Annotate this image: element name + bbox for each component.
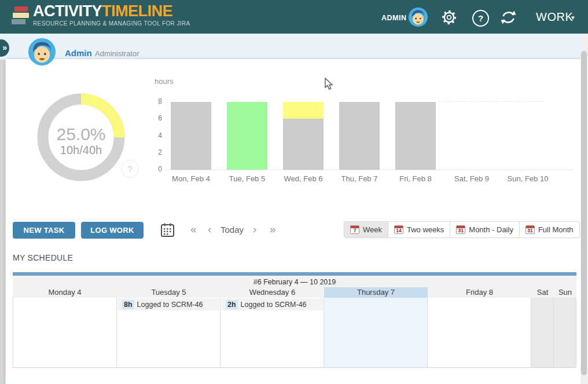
bar-column[interactable] bbox=[451, 0, 492, 170]
x-tick-label: Tue, Feb 5 bbox=[215, 174, 279, 183]
bar-column[interactable] bbox=[227, 0, 267, 170]
day-cell-4[interactable] bbox=[324, 298, 428, 368]
activity-timeline-app: ACTIVITYTIMELINE RESOURCE PLANNING & MAN… bbox=[0, 0, 588, 384]
nav-first-button[interactable]: « bbox=[190, 223, 197, 236]
calendar-icon: 7 bbox=[350, 225, 359, 234]
day-header-2: Tuesday 5 bbox=[117, 287, 220, 298]
view-mode-switcher: 7 Week 14 Two weeks 31 Month - Daily 31 … bbox=[344, 221, 580, 238]
calendar-picker-icon[interactable] bbox=[160, 222, 175, 238]
left-gutter bbox=[0, 60, 5, 384]
user-avatar-large[interactable] bbox=[28, 38, 56, 65]
donut-hours-label: 10h/40h bbox=[32, 144, 130, 157]
app-logo-icon bbox=[12, 6, 30, 27]
day-header-1: Monday 4 bbox=[13, 287, 117, 298]
user-name[interactable]: Admin bbox=[65, 48, 92, 58]
day-header-7: Sun bbox=[554, 287, 576, 298]
bar-segment-planned[interactable] bbox=[171, 102, 211, 170]
y-tick-label: 6 bbox=[149, 114, 162, 122]
calendar-icon: 31 bbox=[525, 225, 535, 234]
bar-column[interactable] bbox=[395, 0, 436, 170]
view-button-label: Week bbox=[363, 225, 382, 234]
day-cell-1[interactable] bbox=[13, 298, 117, 368]
user-role: Administrator bbox=[95, 49, 139, 58]
bar-column[interactable] bbox=[283, 0, 324, 170]
day-header-6: Sat bbox=[531, 287, 554, 298]
x-tick-label: Mon, Feb 4 bbox=[159, 174, 223, 183]
worklog-entry[interactable]: 8h Logged to SCRM-46 bbox=[117, 298, 219, 310]
bar-segment-completed[interactable] bbox=[227, 102, 267, 170]
app-title: ACTIVITYTIMELINE bbox=[33, 3, 190, 19]
calendar-icon: 31 bbox=[456, 225, 465, 234]
worklog-text: Logged to SCRM-46 bbox=[137, 301, 203, 309]
bar-segment-planned[interactable] bbox=[339, 102, 380, 170]
nav-today-button[interactable]: Today bbox=[220, 225, 244, 235]
x-tick-label: Fri, Feb 8 bbox=[384, 174, 447, 183]
x-tick-label: Sun, Feb 10 bbox=[496, 174, 560, 183]
app-logo[interactable]: ACTIVITYTIMELINE RESOURCE PLANNING & MAN… bbox=[33, 3, 190, 27]
donut-help-icon[interactable]: ? bbox=[121, 160, 139, 178]
x-tick-label: Thu, Feb 7 bbox=[328, 174, 391, 183]
day-cell-2[interactable]: 8h Logged to SCRM-46 bbox=[117, 298, 220, 368]
bar-column[interactable] bbox=[171, 0, 211, 170]
y-tick-label: 0 bbox=[149, 165, 162, 173]
bar-column[interactable] bbox=[508, 0, 548, 170]
view-button-label: Month - Daily bbox=[469, 225, 513, 234]
avatar-face-icon bbox=[28, 38, 56, 65]
view-button-label: Two weeks bbox=[407, 225, 444, 234]
app-subtitle: RESOURCE PLANNING & MANAGING TOOL FOR JI… bbox=[33, 21, 190, 27]
chevron-down-icon[interactable]: ▾ bbox=[571, 14, 575, 21]
mouse-cursor-icon bbox=[325, 78, 334, 93]
day-cell-3[interactable]: 2h Logged to SCRM-46 bbox=[220, 298, 324, 368]
bar-segment-logged[interactable] bbox=[283, 102, 324, 119]
vertical-scrollbar-thumb[interactable] bbox=[581, 51, 587, 375]
bar-segment-planned[interactable] bbox=[395, 102, 436, 170]
worklog-hours-badge: 2h bbox=[226, 300, 238, 309]
view-button-month-daily[interactable]: 31 Month - Daily bbox=[450, 222, 520, 237]
view-button-label: Full Month bbox=[538, 225, 574, 234]
view-button-week[interactable]: 7 Week bbox=[344, 222, 388, 237]
x-tick-label: Wed, Feb 6 bbox=[271, 174, 335, 183]
y-tick-label: 4 bbox=[149, 131, 162, 140]
bar-segment-planned[interactable] bbox=[283, 119, 324, 170]
day-header-3: Wednesday 6 bbox=[220, 287, 324, 298]
day-cell-6[interactable] bbox=[531, 298, 554, 368]
day-header-5: Friday 8 bbox=[428, 287, 531, 298]
x-tick-label: Sat, Feb 9 bbox=[440, 174, 504, 183]
schedule-section-title: MY SCHEDULE bbox=[13, 253, 73, 262]
y-tick-label: 2 bbox=[149, 148, 162, 156]
schedule-week-title: #6 February 4 — 10 2019 bbox=[13, 278, 576, 286]
worklog-entry[interactable]: 2h Logged to SCRM-46 bbox=[221, 298, 323, 310]
donut-percent-label: 25.0% bbox=[32, 125, 130, 144]
log-work-button[interactable]: LOG WORK bbox=[81, 222, 144, 239]
new-task-button[interactable]: NEW TASK bbox=[13, 222, 75, 239]
calendar-icon: 14 bbox=[394, 225, 403, 234]
nav-next-button[interactable]: › bbox=[253, 223, 256, 236]
schedule-grid: 8h Logged to SCRM-462h Logged to SCRM-46 bbox=[13, 298, 576, 368]
nav-prev-button[interactable]: ‹ bbox=[208, 223, 211, 236]
nav-last-button[interactable]: » bbox=[270, 223, 276, 236]
chart-baseline bbox=[164, 170, 573, 170]
y-tick-label: 8 bbox=[149, 97, 162, 105]
view-button-two-weeks[interactable]: 14 Two weeks bbox=[388, 222, 450, 237]
day-cell-5[interactable] bbox=[428, 298, 531, 368]
worklog-hours-badge: 8h bbox=[122, 300, 134, 309]
bar-column[interactable] bbox=[339, 0, 380, 170]
worklog-text: Logged to SCRM-46 bbox=[241, 301, 307, 309]
view-button-full-month[interactable]: 31 Full Month bbox=[520, 222, 579, 237]
day-cell-7[interactable] bbox=[554, 298, 576, 368]
day-header-4: Thursday 7 bbox=[324, 287, 428, 298]
